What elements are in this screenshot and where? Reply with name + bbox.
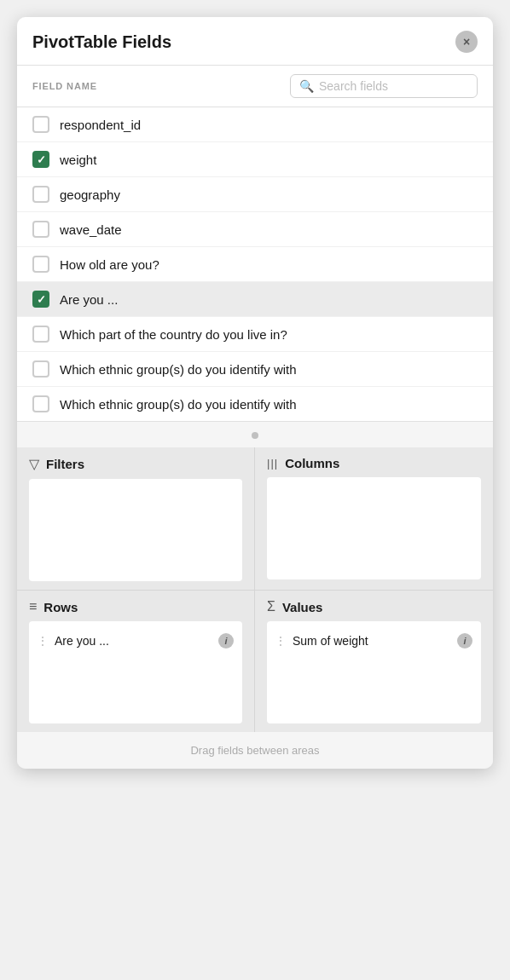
field-label: Which ethnic group(s) do you identify wi…: [60, 362, 297, 377]
list-item[interactable]: Which part of the country do you live in…: [17, 317, 493, 352]
rows-content[interactable]: ⋮ Are you ... i: [29, 621, 242, 723]
list-item[interactable]: Are you ...: [17, 282, 493, 317]
filters-header: ▽ Filters: [29, 456, 242, 472]
rows-item-info-icon[interactable]: i: [218, 633, 234, 649]
footer-text: Drag fields between areas: [190, 744, 319, 757]
values-item-info-icon[interactable]: i: [457, 633, 472, 649]
field-checkbox[interactable]: [32, 395, 49, 412]
list-item[interactable]: geography: [17, 177, 493, 212]
field-label: geography: [60, 187, 120, 202]
pivot-table-fields-panel: PivotTable Fields × FIELD NAME 🔍 respond…: [17, 17, 493, 769]
list-item[interactable]: weight: [17, 142, 493, 177]
rows-area: ≡ Rows ⋮ Are you ... i: [17, 591, 255, 732]
columns-content[interactable]: [267, 477, 481, 579]
rows-item[interactable]: ⋮ Are you ... i: [29, 626, 242, 655]
search-input[interactable]: [319, 79, 468, 93]
field-label: Which part of the country do you live in…: [60, 327, 287, 342]
values-item-label: Sum of weight: [293, 634, 450, 648]
list-item[interactable]: respondent_id: [17, 107, 493, 142]
field-name-section: FIELD NAME 🔍: [17, 66, 493, 107]
field-checkbox[interactable]: [32, 360, 49, 378]
filters-icon: ▽: [29, 456, 39, 472]
footer: Drag fields between areas: [17, 732, 493, 769]
field-label: wave_date: [60, 222, 122, 237]
values-title: Values: [282, 600, 323, 614]
values-header: Σ Values: [267, 599, 481, 614]
field-checkbox[interactable]: [32, 291, 49, 308]
close-button[interactable]: ×: [455, 31, 478, 53]
search-icon: 🔍: [299, 79, 314, 93]
panel-header: PivotTable Fields ×: [17, 17, 493, 66]
list-item[interactable]: Which ethnic group(s) do you identify wi…: [17, 387, 493, 421]
field-name-label: FIELD NAME: [32, 81, 97, 91]
field-checkbox[interactable]: [32, 256, 49, 273]
values-area: Σ Values ⋮ Sum of weight i: [255, 591, 493, 732]
search-box: 🔍: [290, 74, 478, 98]
filters-area: ▽ Filters: [17, 447, 255, 591]
values-content[interactable]: ⋮ Sum of weight i: [267, 621, 481, 723]
filters-title: Filters: [46, 457, 84, 471]
drag-handle-values: ⋮: [275, 635, 286, 647]
field-label: weight: [60, 153, 96, 167]
scroll-dot: [252, 432, 258, 439]
field-checkbox[interactable]: [32, 221, 49, 238]
columns-header: ||| Columns: [267, 456, 481, 470]
filters-content[interactable]: [29, 479, 242, 581]
field-label: Are you ...: [60, 292, 118, 307]
columns-title: Columns: [285, 456, 339, 470]
scroll-indicator: [17, 422, 493, 447]
list-item[interactable]: wave_date: [17, 212, 493, 247]
values-icon: Σ: [267, 599, 275, 614]
rows-header: ≡ Rows: [29, 599, 242, 614]
columns-area: ||| Columns: [255, 447, 493, 591]
field-label: Which ethnic group(s) do you identify wi…: [60, 397, 297, 412]
areas-section: ▽ Filters ||| Columns ≡ Rows ⋮ Are you .…: [17, 447, 493, 732]
values-item[interactable]: ⋮ Sum of weight i: [267, 626, 481, 655]
rows-item-label: Are you ...: [55, 634, 212, 648]
rows-title: Rows: [43, 600, 78, 614]
columns-icon: |||: [267, 457, 278, 470]
field-label: How old are you?: [60, 257, 159, 272]
field-checkbox[interactable]: [32, 186, 49, 203]
fields-list: respondent_idweightgeographywave_dateHow…: [17, 107, 493, 422]
field-checkbox[interactable]: [32, 151, 49, 168]
list-item[interactable]: Which ethnic group(s) do you identify wi…: [17, 352, 493, 387]
rows-icon: ≡: [29, 599, 37, 614]
list-item[interactable]: How old are you?: [17, 247, 493, 282]
field-checkbox[interactable]: [32, 116, 49, 133]
drag-handle-rows: ⋮: [38, 635, 48, 647]
field-checkbox[interactable]: [32, 326, 49, 343]
field-label: respondent_id: [60, 118, 141, 132]
panel-title: PivotTable Fields: [32, 32, 171, 52]
